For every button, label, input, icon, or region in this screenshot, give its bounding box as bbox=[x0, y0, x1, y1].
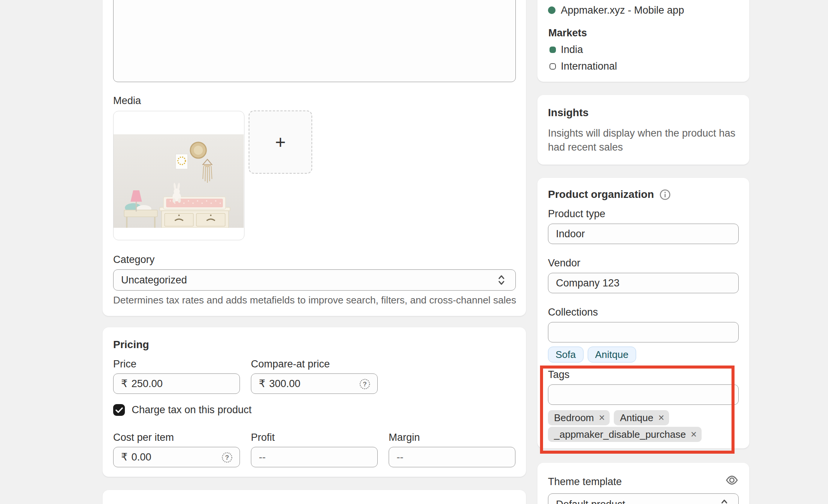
plus-icon: + bbox=[275, 132, 286, 152]
tag-chip: Antique × bbox=[614, 410, 669, 425]
markets-title: Markets bbox=[548, 26, 587, 39]
media-thumbnail[interactable] bbox=[113, 111, 244, 240]
cost-value: 0.00 bbox=[131, 451, 151, 463]
channel-status-dot bbox=[548, 6, 556, 14]
remove-tag-icon[interactable]: × bbox=[691, 429, 697, 440]
price-value: 250.00 bbox=[131, 378, 163, 390]
category-select[interactable]: Uncategorized bbox=[113, 269, 516, 291]
category-select-value: Uncategorized bbox=[121, 274, 187, 286]
margin-value: -- bbox=[397, 451, 403, 463]
help-question-icon[interactable]: ? bbox=[221, 452, 233, 463]
eye-icon[interactable] bbox=[725, 474, 739, 487]
vendor-label: Vendor bbox=[548, 257, 581, 269]
pricing-title: Pricing bbox=[113, 338, 149, 351]
product-type-label: Product type bbox=[548, 207, 605, 220]
tag-chip: Bedroom × bbox=[548, 410, 610, 425]
checkmark-icon bbox=[115, 407, 123, 413]
market-label-international: International bbox=[561, 60, 617, 73]
margin-label: Margin bbox=[389, 431, 420, 444]
vendor-input[interactable]: Company 123 bbox=[548, 273, 739, 293]
product-organization-title: Product organization bbox=[548, 188, 654, 201]
product-type-input[interactable]: Indoor bbox=[548, 224, 739, 244]
collection-chip-sofa[interactable]: Sofa bbox=[548, 347, 584, 362]
collections-label: Collections bbox=[548, 306, 598, 319]
charge-tax-checkbox[interactable] bbox=[113, 404, 125, 416]
charge-tax-label: Charge tax on this product bbox=[132, 403, 252, 416]
theme-template-value: Default product bbox=[556, 499, 625, 504]
currency-prefix: ₹ bbox=[259, 378, 265, 390]
category-label: Category bbox=[113, 253, 155, 266]
currency-prefix: ₹ bbox=[121, 378, 128, 390]
theme-template-label: Theme template bbox=[548, 475, 622, 488]
insights-title: Insights bbox=[548, 106, 588, 119]
svg-text:?: ? bbox=[225, 454, 229, 461]
tags-chip-list: Bedroom × Antique × _appmaker_disable_pu… bbox=[548, 410, 742, 442]
next-section-card bbox=[103, 490, 526, 504]
market-label-india: India bbox=[561, 43, 583, 56]
market-active-dot bbox=[549, 47, 556, 53]
cost-per-item-input[interactable]: ₹ 0.00 ? bbox=[113, 447, 240, 467]
theme-template-select[interactable]: Default product bbox=[548, 493, 739, 504]
price-input[interactable]: ₹ 250.00 bbox=[113, 373, 240, 394]
profit-label: Profit bbox=[251, 431, 275, 444]
tags-label: Tags bbox=[548, 368, 570, 381]
tag-chip: _appmaker_disable_purchase × bbox=[548, 427, 702, 442]
tag-chip-label: _appmaker_disable_purchase bbox=[554, 429, 686, 440]
price-label: Price bbox=[113, 358, 137, 370]
media-label: Media bbox=[113, 94, 141, 107]
market-inactive-ring bbox=[549, 63, 556, 70]
tags-input[interactable] bbox=[548, 384, 739, 405]
compare-at-price-label: Compare-at price bbox=[251, 358, 330, 370]
help-question-icon[interactable]: ? bbox=[359, 378, 370, 390]
insights-body-line1: Insights will display when the product h… bbox=[548, 128, 735, 139]
chevron-updown-icon bbox=[496, 274, 507, 286]
info-icon[interactable] bbox=[660, 189, 671, 200]
collections-input[interactable] bbox=[548, 322, 739, 342]
profit-value: -- bbox=[259, 451, 266, 463]
cost-per-item-label: Cost per item bbox=[113, 431, 174, 444]
add-media-button[interactable]: + bbox=[249, 110, 312, 174]
collection-chip-anitque[interactable]: Anitque bbox=[588, 347, 636, 362]
remove-tag-icon[interactable]: × bbox=[658, 413, 664, 423]
collections-chip-row: Sofa Anitque bbox=[548, 347, 636, 362]
description-textarea[interactable] bbox=[113, 0, 516, 82]
category-helper-text: Determines tax rates and adds metafields… bbox=[113, 294, 516, 306]
media-photo bbox=[114, 134, 244, 228]
compare-at-price-input[interactable]: ₹ 300.00 ? bbox=[251, 373, 378, 394]
tag-chip-label: Bedroom bbox=[554, 412, 594, 424]
remove-tag-icon[interactable]: × bbox=[599, 413, 605, 423]
product-organization-header: Product organization bbox=[548, 188, 671, 201]
tag-chip-label: Antique bbox=[620, 412, 653, 424]
vendor-value: Company 123 bbox=[556, 277, 619, 289]
profit-input[interactable]: -- bbox=[251, 447, 378, 467]
svg-text:?: ? bbox=[363, 381, 367, 388]
insights-body-line2: had recent sales bbox=[548, 142, 623, 153]
compare-at-value: 300.00 bbox=[269, 378, 300, 390]
sales-channel-label: Appmaker.xyz - Mobile app bbox=[561, 4, 684, 17]
margin-input[interactable]: -- bbox=[389, 447, 515, 467]
currency-prefix: ₹ bbox=[121, 451, 128, 463]
product-type-value: Indoor bbox=[556, 228, 585, 240]
chevron-updown-icon bbox=[719, 498, 730, 504]
